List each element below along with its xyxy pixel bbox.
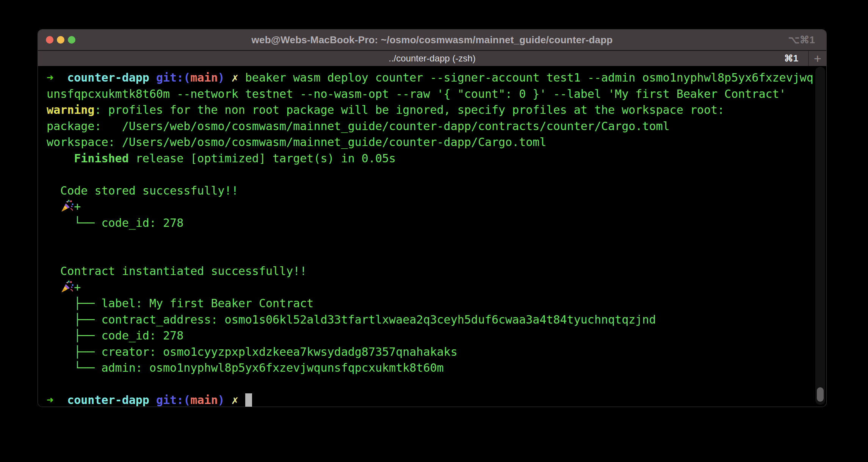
new-tab-button[interactable]: + <box>808 51 826 66</box>
terminal-text-segment: ├── code_id: 278 <box>47 329 183 342</box>
terminal-text-segment: ) <box>218 393 225 407</box>
terminal-line <box>47 247 826 264</box>
tab-counter-dapp[interactable]: ../counter-dapp (-zsh) <box>389 51 475 66</box>
terminal-text-segment <box>225 71 232 84</box>
terminal-line: + <box>47 199 826 215</box>
terminal-screen[interactable]: ➜ counter-dapp git:(main) ✗ beaker wasm … <box>38 66 826 407</box>
terminal-line: ➜ counter-dapp git:(main) ✗ <box>47 392 826 407</box>
terminal-text-segment: Finished <box>47 152 129 165</box>
terminal-text-segment <box>53 71 67 84</box>
terminal-line: workspace: /Users/web/osmo/cosmwasm/main… <box>47 134 826 151</box>
terminal-line: ├── contract_address: osmo1s06kl52ald33t… <box>47 312 826 328</box>
traffic-lights <box>46 36 75 44</box>
scrollbar-track[interactable] <box>815 67 825 405</box>
terminal-text-segment: git:( <box>156 393 190 407</box>
terminal-line: warning: profiles for the non root packa… <box>47 102 826 118</box>
window-shortcut-badge: ⌥⌘1 <box>788 30 815 50</box>
terminal-text-segment: ├── contract_address: osmo1s06kl52ald33t… <box>47 313 656 326</box>
terminal-text-segment: ├── label: My first Beaker Contract <box>47 297 313 310</box>
terminal-text-segment <box>149 71 156 84</box>
terminal-text-segment: beaker wasm deploy counter --signer-acco… <box>238 71 813 84</box>
close-button[interactable] <box>46 36 53 44</box>
terminal-text-segment: main <box>190 393 218 407</box>
terminal-text-segment: ✗ <box>232 393 238 407</box>
scrollbar-thumb[interactable] <box>817 387 824 402</box>
title-bar[interactable]: web@Webs-MacBook-Pro: ~/osmo/cosmwasm/ma… <box>38 30 826 50</box>
terminal-line: ➜ counter-dapp git:(main) ✗ beaker wasm … <box>47 70 826 86</box>
terminal-text-segment: └── admin: osmo1nyphwl8p5yx6fxzevjwqunsf… <box>47 361 444 374</box>
zoom-button[interactable] <box>68 36 75 44</box>
terminal-text-segment: unsfqpcxukmtk8t60m --network testnet --n… <box>47 87 786 101</box>
terminal-window: web@Webs-MacBook-Pro: ~/osmo/cosmwasm/ma… <box>38 30 826 407</box>
terminal-line <box>47 167 826 183</box>
terminal-line: Finished release [optimized] target(s) i… <box>47 151 826 167</box>
terminal-text-segment: + <box>47 200 81 213</box>
terminal-line: unsfqpcxukmtk8t60m --network testnet --n… <box>47 86 826 102</box>
terminal-line: package: /Users/web/osmo/cosmwasm/mainne… <box>47 118 826 135</box>
terminal-text-segment <box>149 393 156 407</box>
terminal-text-segment: counter-dapp <box>67 393 149 407</box>
terminal-text-segment: warning <box>47 103 94 116</box>
terminal-line: └── admin: osmo1nyphwl8p5yx6fxzevjwqunsf… <box>47 360 826 376</box>
terminal-line: + <box>47 280 826 296</box>
terminal-text-segment <box>238 393 245 407</box>
window-title: web@Webs-MacBook-Pro: ~/osmo/cosmwasm/ma… <box>38 30 826 50</box>
terminal-text-segment: release [optimized] target(s) in 0.05s <box>129 152 396 165</box>
terminal-line: Contract instantiated successfully!! <box>47 263 826 280</box>
terminal-cursor <box>245 393 252 407</box>
minimize-button[interactable] <box>57 36 64 44</box>
plus-icon: + <box>814 51 821 66</box>
terminal-text-segment: + <box>47 281 81 294</box>
terminal-text-segment: Code stored successfully!! <box>47 184 245 197</box>
terminal-text-segment: └── code_id: 278 <box>47 216 183 229</box>
terminal-line: Code stored successfully!! <box>47 183 826 199</box>
terminal-text-segment <box>225 393 232 407</box>
terminal-text-segment: ➜ <box>47 71 53 84</box>
terminal-line <box>47 376 826 393</box>
terminal-line: └── code_id: 278 <box>47 215 826 231</box>
terminal-line <box>47 231 826 247</box>
terminal-line: ├── code_id: 278 <box>47 328 826 344</box>
terminal-text-segment: package: /Users/web/osmo/cosmwasm/mainne… <box>47 119 670 133</box>
terminal-text-segment: main <box>190 71 218 84</box>
terminal-text-segment: Contract instantiated successfully!! <box>47 264 313 278</box>
terminal-text-segment: ) <box>218 71 225 84</box>
terminal-text-segment: : profiles for the non root package will… <box>94 103 724 116</box>
terminal-text-segment: ➜ <box>47 393 53 407</box>
terminal-text-segment: git:( <box>156 71 190 84</box>
terminal-text-segment: counter-dapp <box>67 71 149 84</box>
terminal-text-segment: ├── creator: osmo1cyyzpxplxdzkeea7kwsyda… <box>47 345 458 358</box>
terminal-text-segment: ✗ <box>232 71 238 84</box>
terminal-text-segment <box>53 393 67 407</box>
terminal-text-segment: workspace: /Users/web/osmo/cosmwasm/main… <box>47 135 547 149</box>
tab-bar: ../counter-dapp (-zsh) ⌘1 + <box>38 50 826 66</box>
tab-shortcut-badge: ⌘1 <box>784 53 798 64</box>
terminal-line: ├── creator: osmo1cyyzpxplxdzkeea7kwsyda… <box>47 344 826 360</box>
terminal-line: ├── label: My first Beaker Contract <box>47 295 826 312</box>
tab-bar-right: ⌘1 + <box>784 51 826 66</box>
